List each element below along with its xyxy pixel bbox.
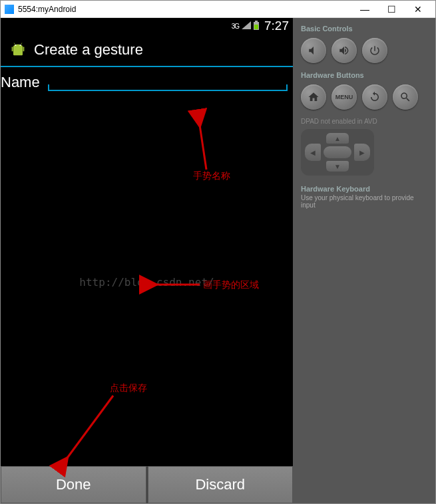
- page-title: Create a gesture: [34, 41, 143, 59]
- dpad-right[interactable]: ▶: [354, 144, 370, 161]
- done-button[interactable]: Done: [1, 466, 146, 503]
- emulator-window: 5554:myAndroid — ☐ ✕ 3G 7:27: [0, 0, 436, 504]
- svg-point-3: [15, 45, 17, 46]
- name-row: Name: [1, 67, 293, 98]
- name-label: Name: [1, 74, 48, 91]
- svg-point-4: [20, 45, 21, 46]
- hw-keyboard-sub: Use your physical keyboard to provide in…: [301, 194, 427, 209]
- app-header: Create a gesture: [1, 34, 293, 66]
- hardware-buttons-label: Hardware Buttons: [301, 71, 427, 79]
- network-indicator: 3G: [232, 23, 239, 30]
- dpad: ▲ ▼ ◀ ▶: [301, 129, 374, 176]
- dpad-down[interactable]: ▼: [326, 161, 349, 172]
- button-bar: Done Discard: [1, 466, 293, 503]
- emulator-sidebar: Basic Controls Hardware Buttons MENU DPA…: [293, 18, 435, 503]
- svg-rect-5: [12, 47, 13, 51]
- volume-down-button[interactable]: [301, 38, 326, 63]
- power-button[interactable]: [362, 38, 387, 63]
- menu-button[interactable]: MENU: [331, 84, 357, 110]
- basic-controls-row: [301, 38, 427, 63]
- dpad-center[interactable]: [324, 146, 351, 158]
- battery-icon: [254, 21, 259, 31]
- window-title: 5554:myAndroid: [18, 5, 351, 14]
- home-button[interactable]: [301, 84, 326, 110]
- window-content: 3G 7:27 Create a gesture: [1, 18, 435, 503]
- gesture-draw-area[interactable]: http://blog.csdn.net/: [1, 98, 293, 466]
- volume-up-button[interactable]: [331, 38, 357, 63]
- search-button[interactable]: [393, 84, 418, 110]
- close-button[interactable]: ✕: [405, 1, 431, 17]
- basic-controls-label: Basic Controls: [301, 25, 427, 33]
- android-icon: [9, 41, 27, 59]
- svg-rect-1: [255, 21, 258, 22]
- maximize-button[interactable]: ☐: [378, 1, 405, 17]
- android-statusbar: 3G 7:27: [1, 18, 293, 34]
- watermark-text: http://blog.csdn.net/: [79, 276, 214, 289]
- name-input-wrap: [48, 75, 288, 91]
- svg-rect-6: [23, 47, 25, 51]
- dpad-label: DPAD not enabled in AVD: [301, 118, 427, 125]
- back-button[interactable]: [362, 84, 387, 110]
- window-titlebar: 5554:myAndroid — ☐ ✕: [1, 1, 435, 18]
- hw-keyboard-title: Hardware Keyboard: [301, 185, 427, 193]
- hardware-buttons-row: MENU: [301, 84, 427, 110]
- app-icon: [5, 5, 14, 14]
- device-screen: 3G 7:27 Create a gesture: [1, 18, 293, 503]
- dpad-up[interactable]: ▲: [326, 133, 349, 144]
- minimize-button[interactable]: —: [351, 1, 378, 17]
- clock: 7:27: [264, 19, 289, 33]
- input-underline: [48, 86, 288, 91]
- signal-icon: [242, 21, 251, 31]
- svg-rect-2: [254, 25, 258, 29]
- dpad-left[interactable]: ◀: [305, 144, 321, 161]
- discard-button[interactable]: Discard: [148, 466, 294, 503]
